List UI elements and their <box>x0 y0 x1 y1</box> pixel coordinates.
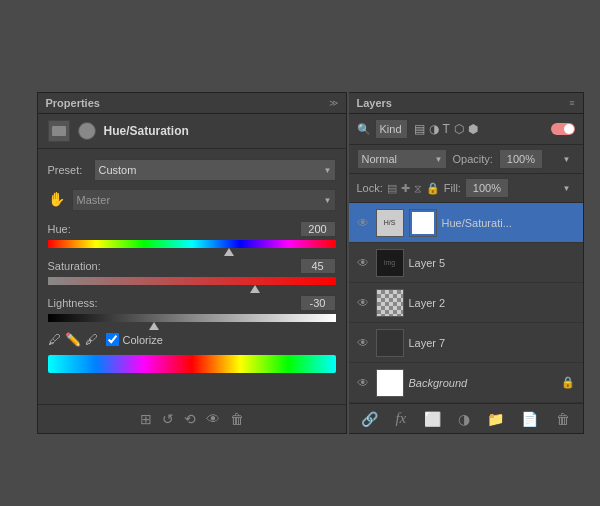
opacity-label: Opacity: <box>453 153 493 165</box>
opacity-input[interactable] <box>499 149 543 169</box>
properties-collapse[interactable]: ≫ <box>329 98 338 108</box>
panel-header: Hue/Saturation <box>38 114 346 149</box>
layers-list: 👁 H/S Hue/Saturati... 👁 img Layer 5 � <box>349 203 583 403</box>
lightness-slider-row: Lightness: -30 <box>48 295 336 322</box>
history-icon[interactable]: ⟲ <box>184 411 196 427</box>
layer-item[interactable]: 👁 Layer 7 <box>349 323 583 363</box>
panel-adjustment-icon <box>78 122 96 140</box>
saturation-track[interactable] <box>48 277 336 285</box>
layer-name: Hue/Saturati... <box>442 217 575 229</box>
layers-collapse[interactable]: ≡ <box>569 98 574 108</box>
visibility-icon[interactable]: 👁 <box>206 411 220 427</box>
hue-value[interactable]: 200 <box>300 221 336 237</box>
pixel-filter-icon[interactable]: ▤ <box>414 122 425 136</box>
fill-label: Fill: <box>444 182 461 194</box>
layers-title-bar: Layers ≡ <box>349 93 583 114</box>
colorize-label: Colorize <box>123 334 163 346</box>
lock-art-icon[interactable]: ⧖ <box>414 182 422 195</box>
refresh-icon[interactable]: ↺ <box>162 411 174 427</box>
layer-thumbnail <box>376 329 404 357</box>
lightness-label-row: Lightness: -30 <box>48 295 336 311</box>
properties-title: Properties <box>46 97 100 109</box>
lightness-label: Lightness: <box>48 297 98 309</box>
layer-item[interactable]: 👁 H/S Hue/Saturati... <box>349 203 583 243</box>
hue-track[interactable] <box>48 240 336 248</box>
new-layer-icon[interactable]: 📄 <box>521 411 538 427</box>
filter-toggle[interactable] <box>551 123 575 135</box>
layer-name: Background <box>409 377 556 389</box>
blend-mode-select[interactable]: Normal Multiply Screen <box>357 149 447 169</box>
layer-item[interactable]: 👁 Background 🔒 <box>349 363 583 403</box>
eyedropper-add-icon[interactable]: ✏️ <box>65 332 81 347</box>
link-layers-icon[interactable]: 🔗 <box>361 411 378 427</box>
lock-position-icon[interactable]: ✚ <box>401 182 410 195</box>
type-filter-icon[interactable]: T <box>443 122 450 136</box>
fill-select-wrapper <box>465 178 575 198</box>
lock-label: Lock: <box>357 182 383 194</box>
layer-eye-icon[interactable]: 👁 <box>357 376 371 390</box>
tool-icons: 🖊 ✏️ 🖋 <box>48 332 98 347</box>
saturation-label: Saturation: <box>48 260 101 272</box>
layer-eye-icon[interactable]: 👁 <box>357 216 371 230</box>
delete-layer-icon[interactable]: 🗑 <box>556 411 570 427</box>
layer-eye-icon[interactable]: 👁 <box>357 296 371 310</box>
eyedropper-sub-icon[interactable]: 🖋 <box>85 332 98 347</box>
hue-label: Hue: <box>48 223 71 235</box>
lock-pixels-icon[interactable]: ▤ <box>387 182 397 195</box>
fx-icon[interactable]: fx <box>395 410 406 427</box>
color-preview-bar <box>48 355 336 373</box>
saturation-label-row: Saturation: 45 <box>48 258 336 274</box>
properties-title-bar: Properties ≫ <box>38 93 346 114</box>
channel-select[interactable]: Master <box>72 189 336 211</box>
preset-label: Preset: <box>48 164 88 176</box>
lightness-track[interactable] <box>48 314 336 322</box>
layer-item[interactable]: 👁 Layer 2 <box>349 283 583 323</box>
saturation-slider-row: Saturation: 45 <box>48 258 336 285</box>
preset-row: Preset: Custom <box>48 159 336 181</box>
lock-row: Lock: ▤ ✚ ⧖ 🔒 Fill: <box>349 174 583 203</box>
hue-thumb[interactable] <box>224 248 234 256</box>
hue-sat-icon: H/S <box>384 219 396 227</box>
fill-input[interactable] <box>465 178 509 198</box>
layer-thumbnail: img <box>376 249 404 277</box>
colorize-checkbox[interactable] <box>106 333 119 346</box>
layers-title: Layers <box>357 97 392 109</box>
lock-all-icon[interactable]: 🔒 <box>426 182 440 195</box>
layer-name: Layer 5 <box>409 257 575 269</box>
trash-icon[interactable]: 🗑 <box>230 411 244 427</box>
saturation-value[interactable]: 45 <box>300 258 336 274</box>
smart-filter-icon[interactable]: ⬢ <box>468 122 478 136</box>
saturation-thumb[interactable] <box>250 285 260 293</box>
kind-select[interactable]: Kind <box>375 119 408 139</box>
layer-item[interactable]: 👁 img Layer 5 <box>349 243 583 283</box>
layer-thumbnail <box>376 369 404 397</box>
layers-footer: 🔗 fx ⬜ ◑ 📁 📄 🗑 <box>349 403 583 433</box>
search-icon: 🔍 <box>357 123 371 136</box>
hue-slider-row: Hue: 200 <box>48 221 336 248</box>
lightness-thumb[interactable] <box>149 322 159 330</box>
panel-type-icon <box>48 120 70 142</box>
eyedropper-icon[interactable]: 🖊 <box>48 332 61 347</box>
layer-lock-icon: 🔒 <box>561 376 575 389</box>
blend-mode-row: Normal Multiply Screen Opacity: <box>349 145 583 174</box>
adjustment-layer-icon[interactable]: ◑ <box>458 411 470 427</box>
properties-panel: Properties ≫ Hue/Saturation Preset: Cust… <box>37 92 347 434</box>
blend-select-wrapper: Normal Multiply Screen <box>357 149 447 169</box>
colorize-checkbox-label[interactable]: Colorize <box>106 333 163 346</box>
new-mask-icon[interactable]: ⬜ <box>424 411 441 427</box>
layer-eye-icon[interactable]: 👁 <box>357 336 371 350</box>
layer-eye-icon[interactable]: 👁 <box>357 256 371 270</box>
new-layer-comp-icon[interactable]: ⊞ <box>140 411 152 427</box>
shape-filter-icon[interactable]: ⬡ <box>454 122 464 136</box>
filter-icons: ▤ ◑ T ⬡ ⬢ <box>414 122 478 136</box>
layer-thumbnail: H/S <box>376 209 404 237</box>
layer-mask-thumb <box>409 209 437 237</box>
layer-thumbnail <box>376 289 404 317</box>
adjustment-filter-icon[interactable]: ◑ <box>429 122 439 136</box>
layers-search-row: 🔍 Kind ▤ ◑ T ⬡ ⬢ <box>349 114 583 145</box>
new-group-icon[interactable]: 📁 <box>487 411 504 427</box>
preset-select[interactable]: Custom <box>94 159 336 181</box>
lightness-value[interactable]: -30 <box>300 295 336 311</box>
layer-name: Layer 2 <box>409 297 575 309</box>
panel-body: Preset: Custom ✋ Master H <box>38 149 346 404</box>
